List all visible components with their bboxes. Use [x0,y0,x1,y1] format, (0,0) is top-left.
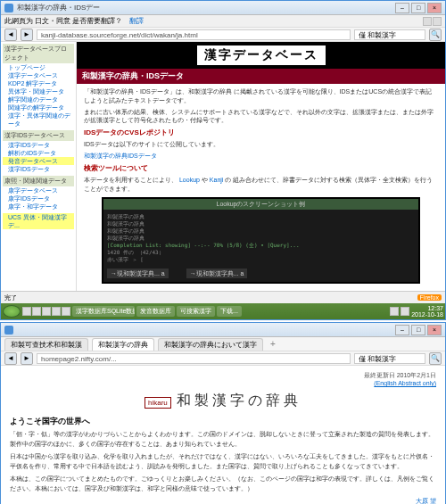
sidebar-group-header[interactable]: 漢字IDSデータベース [3,130,74,141]
section-heading: 和製漢字の辞典・IDSデータ [77,69,445,84]
quicklaunch-icon[interactable] [42,307,51,316]
forward-button[interactable]: ► [21,29,33,41]
terminal-line: 赤い漢字 ＞ [ [107,256,415,263]
close-button[interactable]: × [427,3,442,13]
english-link[interactable]: (English Abstract only) [10,380,436,386]
maximize-button[interactable]: □ [411,3,425,13]
sidebar-item[interactable]: 漢字・異体字関連のデータ [3,112,74,128]
start-button[interactable] [3,305,21,318]
heading-cvs: IDSデータのCVSレポジトリ [84,128,438,137]
sidebar-item[interactable]: 解字関連のデータ [3,95,74,103]
titlebar-1[interactable]: 和製漢字の辞典・IDSデー – □ × [1,1,445,15]
firefox-badge[interactable]: Firefox [417,294,442,301]
toolbar-icon[interactable] [423,17,432,26]
taskbar-button[interactable]: 发音数据库 [136,306,175,317]
clock[interactable]: 12:37 2012-10-18 [411,305,443,318]
sidebar-item[interactable]: トップページ [3,63,74,71]
lookup-link[interactable]: Lookup [179,177,200,183]
heading-search: 検索ツールについて [84,163,438,173]
tray-icon[interactable] [390,307,399,316]
translate-toolbar: 此網頁为 日文・同意 是否需要翻譯？ 翻譯 [1,15,445,28]
paragraph: 本データを利用することにより、 Lookup や Kanji の 組み合わせにて… [84,176,438,194]
terminal-line: 和製漢字の辞典 [107,227,415,235]
terminal-line: 和製漢字の辞典 [107,213,415,220]
taskbar-button[interactable]: 漢字数据库SQLite数据 [72,306,135,317]
back-button[interactable]: ◄ [4,352,17,365]
terminal-line: 1420 件の （42/43） [107,249,415,256]
sidebar-item[interactable]: 漢字IDSデータ [3,165,74,173]
paragraph: IDSデータは以下のサイトにて公開しています。 [84,140,438,149]
page-content-2: 最終更新日 2010年2月1日 (English Abstract only) … [1,366,445,504]
minimize-button[interactable]: – [395,325,409,335]
window-1: 和製漢字の辞典・IDSデー – □ × 此網頁为 日文・同意 是否需要翻譯？ 翻… [0,0,446,320]
tray-icon[interactable] [401,307,409,316]
author-signature[interactable]: 大原 望 [10,497,436,504]
sidebar-item[interactable]: 解析のIDSデータ [3,149,74,157]
maximize-button[interactable]: □ [411,325,425,335]
sidebar-item[interactable]: 康字データベース [3,186,74,194]
quicklaunch-icon[interactable] [52,307,61,316]
titlebar-2[interactable]: – □ × [1,323,445,337]
site-banner: 漢字データベース [77,42,445,69]
sidebar-item[interactable]: 漢字データベース [3,71,74,79]
quicklaunch-icon[interactable] [22,307,31,316]
taskbar-button[interactable]: 可搜索漢字 [177,306,215,317]
sidebar-item[interactable]: 漢字IDSデータ [3,141,74,149]
terminal-line: [Completion List: showing] --:-- 70% (5/… [107,242,415,249]
sidebar-item[interactable]: KDP2 解字データ [3,79,74,87]
new-tab-button[interactable]: + [270,339,276,349]
taskbar-button[interactable]: 下载... [217,306,242,317]
terminal-input: →現和製漢字典... a [186,269,248,279]
terminal-line: 和製漢字の辞典 [107,220,415,227]
search-button[interactable]: 🔍 [429,29,442,41]
taskbar-1: 漢字数据库SQLite数据 发音数据库 可搜索漢字 下载... 12:37 20… [1,303,445,319]
sidebar-item[interactable]: 異体字・関連データ [3,87,74,95]
search-button[interactable]: 🔍 [429,352,442,365]
search-field[interactable]: 僅 和製漢字 [354,353,425,364]
kanji-link[interactable]: Kanji [210,177,224,183]
tab-bar: 和製可查技术和和製漢 和製漢字の辞典 和製漢字の辞典において漢字 + [1,337,445,351]
paragraph: 「和製漢字の辞典・IDSデータ」は、和製漢字の辞典 に掲載されている漢字を可能な… [84,87,438,105]
sidebar-item[interactable]: 康字・和字データ [3,202,74,211]
screenshot-preview: Lookupのスクリーンショット例 和製漢字の辞典 和製漢字の辞典 和製漢字の辞… [102,197,420,285]
main-content: 漢字データベース 和製漢字の辞典・IDSデータ 「和製漢字の辞典・IDSデータ」… [77,42,445,291]
search-field[interactable]: 僅 和製漢字 [354,29,425,40]
url-field[interactable]: homepage2.nifty.com/... [37,353,351,364]
status-text: 完了 [4,293,17,302]
cvs-link[interactable]: 和製漢字の辞典IDSデータ [84,153,157,159]
back-button[interactable]: ◄ [4,29,17,41]
sidebar-item-active[interactable]: 発音データベース [3,157,74,165]
address-bar-2: ◄ ► homepage2.nifty.com/... 僅 和製漢字 🔍 [1,351,445,366]
quicklaunch-icon[interactable] [62,307,70,316]
paragraph: 本稿は、この国字についてまとめたものです。ごゆっくりとお楽しみください。（なお、… [10,475,436,493]
sidebar-group-header[interactable]: 漢字データベースプロジェクト [3,44,74,63]
minimize-button[interactable]: – [395,3,409,13]
terminal-line: 和製漢字の辞典 [107,235,415,242]
page-title: 和製漢字の辞典 [177,392,301,410]
welcome-heading: ようこそ国字の世界へ [10,416,436,427]
status-bar: 完了 Firefox [1,291,445,303]
toolbar-icon[interactable] [433,17,442,26]
window-2: – □ × 和製可查技术和和製漢 和製漢字の辞典 和製漢字の辞典において漢字 +… [0,322,446,504]
sidebar-group-header[interactable]: 康熙・関連関連データ [3,176,74,186]
browser-tab[interactable]: 和製漢字の辞典において漢字 [158,338,263,351]
sidebar-item[interactable]: 康字IDSデータ [3,194,74,202]
quicklaunch-icon[interactable] [32,307,41,316]
sidebar-item[interactable]: 関連字の解字データ [3,103,74,112]
browser-tab[interactable]: 和製可查技术和和製漢 [4,338,88,351]
paragraph: 「個・字・似」等の漢字がわかりづらいことからよくわかります。この国のドメインは、… [10,430,436,449]
paragraph: 日本は中国から漢字を取り込み、化学を取り入れましたが、それだけではなく、漢字には… [10,452,436,471]
translate-label: 此網頁为 日文・同意 是否需要翻譯？ [4,16,122,26]
banner-title: 漢字データベース [197,45,326,65]
address-bar: ◄ ► kanji-database.sourceforge.net/dict/… [1,28,445,42]
app-icon [4,4,13,12]
close-button[interactable]: × [427,325,442,335]
forward-button[interactable]: ► [21,352,33,365]
sidebar-item[interactable]: UCS 異体・関連漢字デ... [3,213,74,229]
browser-tab-active[interactable]: 和製漢字の辞典 [92,338,154,351]
window-title: 和製漢字の辞典・IDSデー [17,3,392,12]
url-field[interactable]: kanji-database.sourceforge.net/dict/waka… [37,29,351,40]
sidebar: 漢字データベースプロジェクト トップページ 漢字データベース KDP2 解字デー… [1,42,77,291]
screenshot-caption: Lookupのスクリーンショット例 [103,199,418,210]
translate-link[interactable]: 翻譯 [129,16,144,26]
